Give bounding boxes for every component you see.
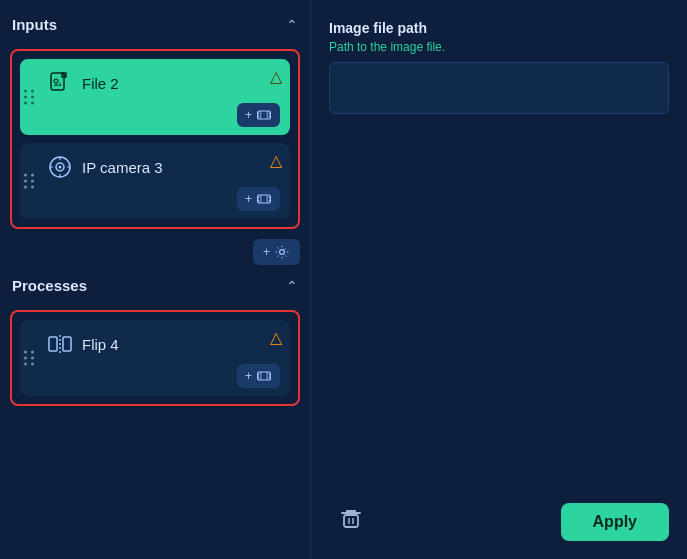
svg-rect-21	[49, 337, 57, 351]
flip-icon	[46, 330, 74, 358]
add-btn-flip4[interactable]: +	[237, 364, 280, 388]
drag-handle-flip4[interactable]	[22, 351, 35, 366]
warning-icon-ipcamera3: △	[270, 151, 282, 170]
add-section-button[interactable]: +	[253, 239, 300, 265]
trash-icon	[339, 507, 363, 531]
inputs-section-header: Inputs ⌃	[10, 12, 300, 37]
node-card-ipcamera3[interactable]: IP camera 3 △ +	[20, 143, 290, 219]
bottom-actions: Apply	[329, 501, 669, 543]
svg-rect-24	[258, 372, 271, 380]
svg-rect-6	[269, 113, 271, 115]
warning-icon-flip4: △	[270, 328, 282, 347]
file-image-icon	[46, 69, 74, 97]
svg-rect-13	[258, 195, 271, 203]
inputs-group: File 2 △ +	[10, 49, 300, 229]
processes-chevron-icon[interactable]: ⌃	[286, 278, 298, 294]
warning-icon-file2: △	[270, 67, 282, 86]
apply-button[interactable]: Apply	[561, 503, 669, 541]
processes-section-header: Processes ⌃	[10, 273, 300, 298]
settings-icon	[274, 244, 290, 260]
drag-handle-ipcamera3[interactable]	[22, 174, 35, 189]
add-btn-ipcamera3[interactable]: +	[237, 187, 280, 211]
drag-handle-file2[interactable]	[22, 90, 35, 105]
svg-rect-17	[269, 200, 271, 202]
camera-icon	[46, 153, 74, 181]
svg-rect-7	[269, 116, 271, 118]
add-plus-flip4: +	[245, 369, 252, 383]
delete-button[interactable]	[329, 501, 373, 543]
node-label-ipcamera3: IP camera 3	[82, 159, 280, 176]
svg-point-20	[280, 250, 285, 255]
node-label-file2: File 2	[82, 75, 280, 92]
field-label: Image file path	[329, 20, 669, 36]
svg-rect-26	[258, 377, 260, 379]
add-plus-ipcamera3: +	[245, 192, 252, 206]
svg-rect-5	[258, 116, 260, 118]
svg-rect-4	[258, 113, 260, 115]
inputs-title: Inputs	[12, 16, 57, 33]
svg-rect-28	[269, 377, 271, 379]
svg-rect-27	[269, 374, 271, 376]
svg-rect-14	[258, 197, 260, 199]
svg-rect-31	[344, 515, 358, 527]
svg-rect-16	[269, 197, 271, 199]
svg-rect-15	[258, 200, 260, 202]
inputs-chevron-icon[interactable]: ⌃	[286, 17, 298, 33]
svg-rect-3	[258, 111, 271, 119]
svg-rect-25	[258, 374, 260, 376]
node-card-file2[interactable]: File 2 △ +	[20, 59, 290, 135]
add-section-plus: +	[263, 245, 270, 259]
svg-rect-22	[63, 337, 71, 351]
right-panel: Image file path Path to the image file. …	[310, 0, 687, 559]
image-file-path-input[interactable]	[329, 62, 669, 114]
film-icon2	[256, 191, 272, 207]
svg-point-12	[59, 166, 62, 169]
add-btn-file2-icon: +	[245, 108, 252, 122]
processes-title: Processes	[12, 277, 87, 294]
film-icon3	[256, 368, 272, 384]
processes-group: Flip 4 △ +	[10, 310, 300, 406]
svg-point-2	[54, 79, 58, 83]
field-sublabel: Path to the image file.	[329, 40, 669, 54]
node-label-flip4: Flip 4	[82, 336, 280, 353]
node-card-flip4[interactable]: Flip 4 △ +	[20, 320, 290, 396]
add-btn-file2[interactable]: +	[237, 103, 280, 127]
film-icon	[256, 107, 272, 123]
left-panel: Inputs ⌃	[0, 0, 310, 559]
